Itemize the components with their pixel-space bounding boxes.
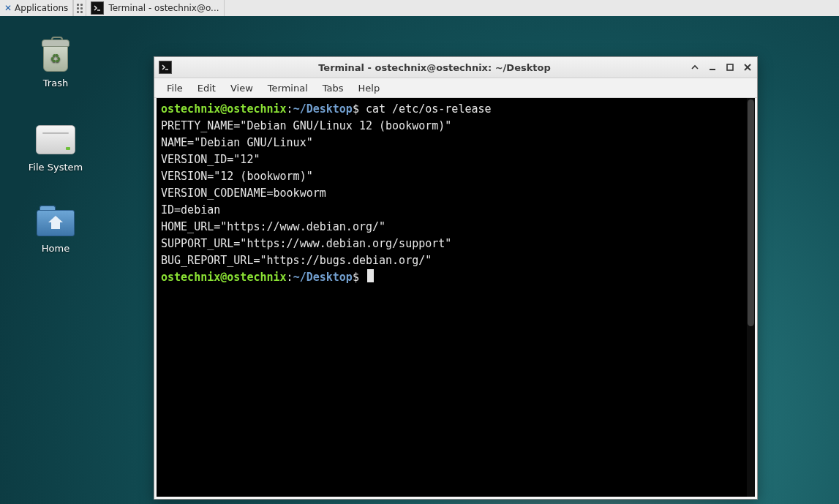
window-controls (690, 62, 753, 72)
window-title: Terminal - ostechnix@ostechnix: ~/Deskto… (179, 62, 690, 73)
terminal-line: BUG_REPORT_URL="https://bugs.debian.org/… (161, 252, 750, 269)
desktop-icon-filesystem[interactable]: File System (20, 122, 91, 173)
window-minimize-button[interactable] (707, 62, 718, 72)
scrollbar-thumb[interactable] (748, 99, 754, 326)
terminal-line: VERSION_CODENAME=bookworm (161, 185, 750, 202)
xfce-logo-icon: ✕ (4, 3, 12, 13)
terminal-window: Terminal - ostechnix@ostechnix: ~/Deskto… (154, 56, 758, 500)
menu-file[interactable]: File (160, 80, 189, 96)
terminal-line: PRETTY_NAME="Debian GNU/Linux 12 (bookwo… (161, 118, 750, 135)
window-close-button[interactable] (742, 62, 753, 72)
desktop[interactable]: ♻ Trash File System Home Terminal - oste… (0, 16, 839, 504)
taskbar-item-terminal[interactable]: Terminal - ostechnix@o... (86, 0, 224, 16)
terminal-line: VERSION_ID="12" (161, 151, 750, 168)
menu-view[interactable]: View (224, 80, 260, 96)
panel-separator (73, 0, 86, 16)
window-shade-button[interactable] (690, 62, 700, 72)
terminal-line: VERSION="12 (bookworm)" (161, 168, 750, 185)
window-titlebar[interactable]: Terminal - ostechnix@ostechnix: ~/Deskto… (154, 57, 757, 78)
menubar: File Edit View Terminal Tabs Help (154, 78, 757, 98)
desktop-icon-label: Home (20, 243, 91, 254)
menu-terminal[interactable]: Terminal (261, 80, 315, 96)
applications-menu[interactable]: ✕ Applications (0, 0, 73, 16)
cursor (367, 269, 374, 282)
desktop-icon-trash[interactable]: ♻ Trash (20, 38, 91, 89)
terminal-viewport[interactable]: ostechnix@ostechnix:~/Desktop$ cat /etc/… (157, 98, 755, 497)
drive-icon (36, 122, 75, 157)
scrollbar[interactable] (747, 98, 755, 497)
terminal-content[interactable]: ostechnix@ostechnix:~/Desktop$ cat /etc/… (157, 98, 755, 289)
desktop-icon-label: File System (20, 162, 91, 173)
terminal-line: NAME="Debian GNU/Linux" (161, 135, 750, 151)
terminal-icon (91, 1, 104, 15)
terminal-line: ostechnix@ostechnix:~/Desktop$ (161, 269, 750, 286)
terminal-line: SUPPORT_URL="https://www.debian.org/supp… (161, 236, 750, 252)
terminal-line: HOME_URL="https://www.debian.org/" (161, 219, 750, 236)
menu-tabs[interactable]: Tabs (316, 80, 350, 96)
taskbar-item-label: Terminal - ostechnix@o... (108, 3, 219, 13)
desktop-icon-label: Trash (20, 78, 91, 89)
window-maximize-button[interactable] (725, 62, 735, 72)
svg-rect-3 (727, 64, 733, 70)
terminal-line: ostechnix@ostechnix:~/Desktop$ cat /etc/… (161, 101, 750, 118)
terminal-icon (159, 61, 172, 74)
home-folder-icon (36, 203, 75, 238)
drag-handle-icon (77, 4, 83, 13)
menu-help[interactable]: Help (352, 80, 387, 96)
trash-icon: ♻ (36, 38, 75, 73)
menu-edit[interactable]: Edit (191, 80, 222, 96)
applications-label: Applications (15, 3, 68, 13)
terminal-line: ID=debian (161, 202, 750, 219)
desktop-icon-home[interactable]: Home (20, 203, 91, 254)
top-panel: ✕ Applications Terminal - ostechnix@o... (0, 0, 839, 17)
